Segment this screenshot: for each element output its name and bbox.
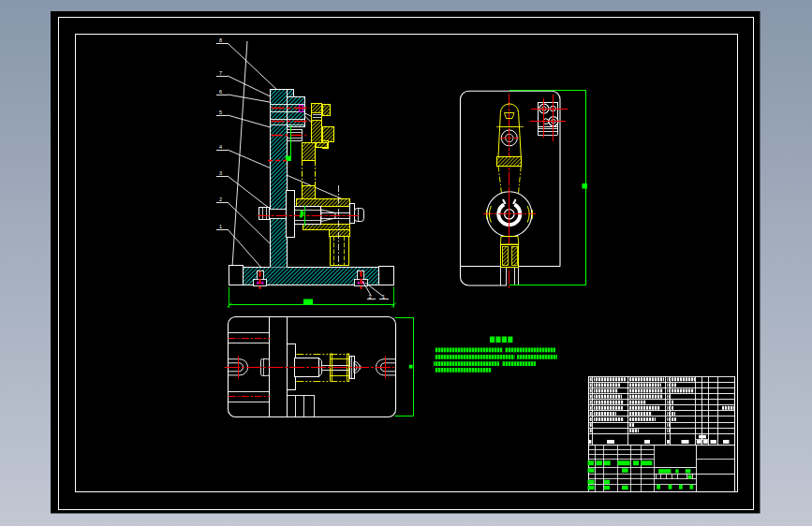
svg-text:2: 2 bbox=[369, 294, 372, 300]
svg-text:1: 1 bbox=[219, 224, 222, 229]
svg-text:8: 8 bbox=[219, 37, 222, 43]
svg-text:4: 4 bbox=[219, 144, 222, 150]
svg-text:5: 5 bbox=[219, 110, 222, 115]
svg-text:7: 7 bbox=[219, 70, 222, 76]
svg-text:6: 6 bbox=[219, 89, 222, 95]
svg-text:1: 1 bbox=[382, 294, 385, 300]
svg-text:2: 2 bbox=[219, 197, 222, 202]
svg-text:3: 3 bbox=[219, 170, 222, 176]
